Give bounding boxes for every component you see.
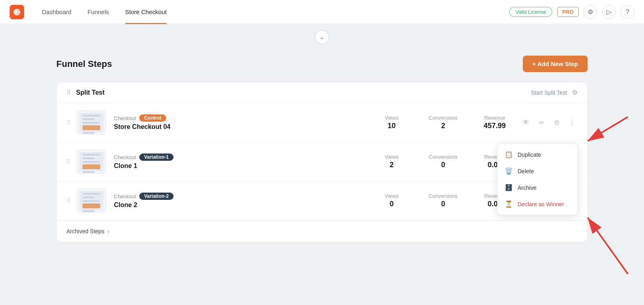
- collapse-button[interactable]: ⌄: [315, 30, 329, 44]
- dropdown-delete-label: Delete: [518, 168, 534, 174]
- nav-right: Valid License PRO ⚙ ▷ ?: [509, 5, 634, 19]
- archive-icon: 🗄️: [505, 184, 513, 191]
- settings-icon-1[interactable]: ⚙: [551, 117, 562, 128]
- step-badge-3: Variation-2: [139, 193, 173, 200]
- funnel-collapse-section: ⌄: [0, 24, 644, 46]
- split-test-label: Split Test: [76, 89, 105, 96]
- stat-conversions-3: Conversions 0: [427, 193, 459, 208]
- split-test-title-row: ⠿ Split Test: [66, 89, 105, 96]
- step-drag-handle-3[interactable]: ⠿: [66, 197, 70, 204]
- drag-handle-icon[interactable]: ⠿: [66, 89, 71, 96]
- winner-icon: ⏳: [505, 200, 513, 208]
- dropdown-declare-winner[interactable]: ⏳ Declare as Winner: [497, 196, 577, 212]
- stat-conversions-1: Conversions 2: [427, 115, 459, 130]
- step-thumbnail-3: [77, 189, 106, 213]
- valid-license-badge: Valid License: [509, 7, 552, 17]
- add-new-step-button[interactable]: + Add New Step: [523, 56, 588, 72]
- nav-store-checkout[interactable]: Store Checkout: [117, 0, 175, 24]
- top-navigation: Dashboard Funnels Store Checkout Valid L…: [0, 0, 644, 24]
- dropdown-archive-label: Archive: [518, 185, 537, 191]
- step-thumbnail-1: [77, 110, 106, 135]
- stat-views-3: Views 0: [376, 193, 408, 208]
- split-test-actions: Start Split Test ⚙: [531, 89, 578, 96]
- start-split-test-link[interactable]: Start Split Test: [531, 89, 567, 96]
- dropdown-duplicate[interactable]: 📋 Duplicate: [497, 146, 577, 163]
- step-type-label-2: Checkout: [114, 154, 136, 160]
- nav-dashboard[interactable]: Dashboard: [34, 0, 79, 24]
- step-thumbnail-2: [77, 149, 106, 174]
- archived-steps-row[interactable]: Archived Steps ›: [57, 220, 587, 242]
- step-actions-1: 👁 ✏ ⚙ ⋮: [520, 117, 578, 128]
- stat-views-2: Views 2: [376, 154, 408, 169]
- archived-steps-label: Archived Steps: [66, 228, 104, 234]
- delete-icon: 🗑️: [505, 167, 513, 175]
- step-stats-1: Views 10 Conversions 2 Revenue 457.99: [376, 115, 511, 130]
- settings-icon[interactable]: ⚙: [584, 5, 597, 19]
- dropdown-winner-label: Declare as Winner: [518, 201, 564, 207]
- nav-links: Dashboard Funnels Store Checkout: [34, 0, 509, 24]
- step-row-1: ⠿ Checkout Control Store Checkout 04: [57, 103, 587, 142]
- step-info-2: Checkout Variation-1 Clone 1: [114, 154, 376, 170]
- step-badge-1: Control: [139, 114, 166, 122]
- step-stats-2: Views 2 Conversions 0 Revenue 0.00: [376, 154, 511, 169]
- more-icon-1[interactable]: ⋮: [566, 117, 578, 128]
- dropdown-delete[interactable]: 🗑️ Delete: [497, 163, 577, 179]
- step-drag-handle-2[interactable]: ⠿: [66, 158, 70, 165]
- logo[interactable]: [10, 5, 24, 19]
- help-icon[interactable]: ?: [621, 5, 634, 19]
- step-name-3: Clone 2: [114, 201, 376, 209]
- pro-badge: PRO: [557, 7, 579, 17]
- split-test-settings-icon[interactable]: ⚙: [572, 89, 578, 96]
- preview-icon-1[interactable]: 👁: [520, 117, 532, 128]
- step-badge-2: Variation-1: [139, 154, 173, 161]
- step-info-1: Checkout Control Store Checkout 04: [114, 114, 376, 131]
- edit-icon-1[interactable]: ✏: [536, 117, 547, 128]
- dropdown-duplicate-label: Duplicate: [518, 151, 541, 158]
- step-type-label-1: Checkout: [114, 115, 136, 121]
- split-test-header: ⠿ Split Test Start Split Test ⚙: [57, 82, 587, 103]
- archived-chevron-icon: ›: [107, 228, 109, 234]
- step-name-1: Store Checkout 04: [114, 123, 376, 131]
- nav-funnels[interactable]: Funnels: [79, 0, 117, 24]
- step-type-label-3: Checkout: [114, 193, 136, 199]
- play-icon[interactable]: ▷: [602, 5, 616, 19]
- stat-conversions-2: Conversions 0: [427, 154, 459, 169]
- stat-revenue-1: Revenue 457.99: [479, 115, 511, 130]
- funnel-steps-header: Funnel Steps + Add New Step: [56, 56, 588, 72]
- step-info-3: Checkout Variation-2 Clone 2: [114, 193, 376, 209]
- step-stats-3: Views 0 Conversions 0 Revenue 0.00: [376, 193, 511, 208]
- dropdown-archive[interactable]: 🗄️ Archive: [497, 179, 577, 196]
- duplicate-icon: 📋: [505, 151, 513, 158]
- step-drag-handle-1[interactable]: ⠿: [66, 119, 70, 126]
- context-dropdown-menu: 📋 Duplicate 🗑️ Delete 🗄️ Archive ⏳ Decla…: [497, 143, 578, 215]
- page-title: Funnel Steps: [56, 59, 112, 69]
- step-name-2: Clone 1: [114, 162, 376, 170]
- stat-views-1: Views 10: [376, 115, 408, 130]
- main-content: Funnel Steps + Add New Step ⠿ Split Test…: [40, 46, 604, 252]
- split-test-card: ⠿ Split Test Start Split Test ⚙ ⠿: [56, 82, 588, 242]
